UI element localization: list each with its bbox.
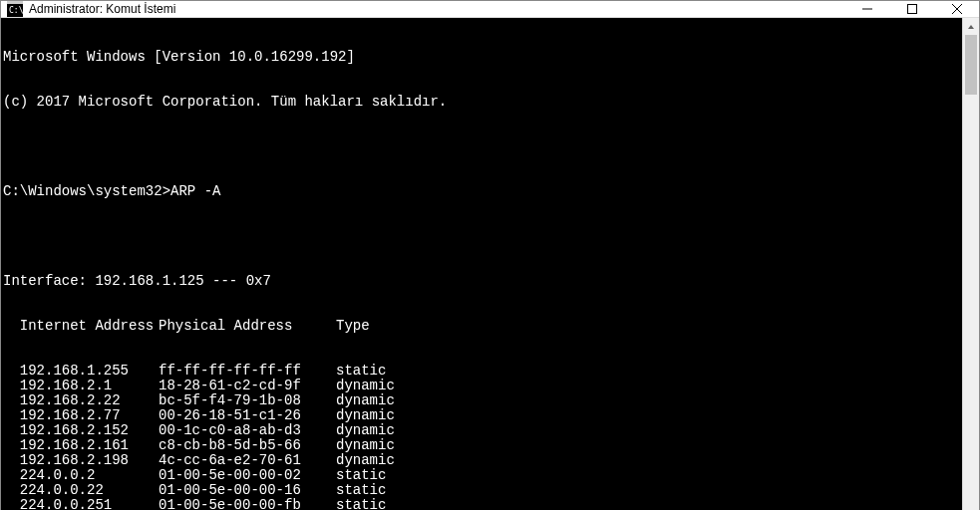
arp-table-body: 192.168.1.255ff-ff-ff-ff-ff-ffstatic 192… bbox=[3, 364, 960, 510]
svg-rect-1 bbox=[7, 1, 23, 4]
arp-table-row: 192.168.2.15200-1c-c0-a8-ab-d3dynamic bbox=[3, 423, 960, 438]
arp-mac-cell: 01-00-5e-00-00-02 bbox=[159, 468, 336, 483]
arp-table-row: 192.168.1.255ff-ff-ff-ff-ff-ffstatic bbox=[3, 364, 960, 379]
svg-rect-4 bbox=[907, 5, 916, 14]
arp-type-cell: dynamic bbox=[336, 393, 395, 408]
arp-table-row: 224.0.0.2201-00-5e-00-00-16static bbox=[3, 483, 960, 498]
scroll-thumb[interactable] bbox=[965, 35, 977, 95]
arp-mac-cell: 00-26-18-51-c1-26 bbox=[159, 408, 336, 423]
arp-header-row: Internet AddressPhysical AddressType bbox=[3, 319, 960, 334]
console-area: Microsoft Windows [Version 10.0.16299.19… bbox=[1, 18, 979, 510]
arp-mac-cell: 01-00-5e-00-00-fb bbox=[159, 498, 336, 510]
arp-ip-cell: 192.168.1.255 bbox=[3, 364, 159, 379]
arp-ip-cell: 192.168.2.22 bbox=[3, 393, 159, 408]
window-controls bbox=[844, 1, 979, 17]
arp-table-row: 224.0.0.25101-00-5e-00-00-fbstatic bbox=[3, 498, 960, 510]
header-physical-address: Physical Address bbox=[159, 319, 336, 334]
arp-table-row: 192.168.2.118-28-61-c2-cd-9fdynamic bbox=[3, 379, 960, 393]
arp-type-cell: dynamic bbox=[336, 438, 395, 453]
svg-text:C:\: C:\ bbox=[9, 6, 23, 15]
arp-table-row: 192.168.2.7700-26-18-51-c1-26dynamic bbox=[3, 408, 960, 423]
arp-type-cell: dynamic bbox=[336, 453, 395, 468]
prompt-command: ARP -A bbox=[170, 183, 220, 199]
arp-mac-cell: 01-00-5e-00-00-16 bbox=[159, 483, 336, 498]
blank-line bbox=[3, 229, 960, 244]
arp-mac-cell: 00-1c-c0-a8-ab-d3 bbox=[159, 423, 336, 438]
arp-ip-cell: 192.168.2.198 bbox=[3, 453, 159, 468]
prompt-line-1: C:\Windows\system32>ARP -A bbox=[3, 184, 960, 199]
arp-mac-cell: ff-ff-ff-ff-ff-ff bbox=[159, 364, 336, 379]
command-prompt-window: C:\ Administrator: Komut İstemi Microsof… bbox=[0, 0, 980, 510]
arp-ip-cell: 224.0.0.2 bbox=[3, 468, 159, 483]
scroll-up-arrow[interactable] bbox=[963, 18, 979, 35]
close-button[interactable] bbox=[934, 1, 979, 17]
banner-copyright: (c) 2017 Microsoft Corporation. Tüm hakl… bbox=[3, 95, 960, 110]
arp-table-row: 192.168.2.22bc-5f-f4-79-1b-08dynamic bbox=[3, 393, 960, 408]
svg-marker-7 bbox=[968, 25, 974, 29]
arp-ip-cell: 192.168.2.161 bbox=[3, 438, 159, 453]
arp-type-cell: dynamic bbox=[336, 379, 395, 393]
window-title: Administrator: Komut İstemi bbox=[29, 2, 844, 16]
maximize-button[interactable] bbox=[889, 1, 934, 17]
arp-table-row: 192.168.2.1984c-cc-6a-e2-70-61dynamic bbox=[3, 453, 960, 468]
interface-line: Interface: 192.168.1.125 --- 0x7 bbox=[3, 274, 960, 289]
titlebar[interactable]: C:\ Administrator: Komut İstemi bbox=[1, 1, 979, 18]
arp-type-cell: dynamic bbox=[336, 408, 395, 423]
arp-ip-cell: 224.0.0.251 bbox=[3, 498, 159, 510]
banner-version: Microsoft Windows [Version 10.0.16299.19… bbox=[3, 50, 960, 65]
arp-ip-cell: 192.168.2.1 bbox=[3, 379, 159, 393]
minimize-button[interactable] bbox=[844, 1, 889, 17]
arp-type-cell: static bbox=[336, 498, 386, 510]
arp-mac-cell: bc-5f-f4-79-1b-08 bbox=[159, 393, 336, 408]
arp-type-cell: static bbox=[336, 364, 386, 379]
arp-type-cell: dynamic bbox=[336, 423, 395, 438]
arp-ip-cell: 224.0.0.22 bbox=[3, 483, 159, 498]
prompt-path: C:\Windows\system32> bbox=[3, 183, 170, 199]
arp-type-cell: static bbox=[336, 468, 386, 483]
arp-ip-cell: 192.168.2.152 bbox=[3, 423, 159, 438]
header-type: Type bbox=[336, 319, 370, 334]
arp-mac-cell: 18-28-61-c2-cd-9f bbox=[159, 379, 336, 393]
cmd-icon: C:\ bbox=[7, 1, 23, 17]
header-internet-address: Internet Address bbox=[3, 319, 159, 334]
arp-table-row: 192.168.2.161c8-cb-b8-5d-b5-66dynamic bbox=[3, 438, 960, 453]
vertical-scrollbar[interactable] bbox=[962, 18, 979, 510]
arp-type-cell: static bbox=[336, 483, 386, 498]
arp-ip-cell: 192.168.2.77 bbox=[3, 408, 159, 423]
blank-line bbox=[3, 139, 960, 154]
arp-mac-cell: c8-cb-b8-5d-b5-66 bbox=[159, 438, 336, 453]
arp-mac-cell: 4c-cc-6a-e2-70-61 bbox=[159, 453, 336, 468]
console-output[interactable]: Microsoft Windows [Version 10.0.16299.19… bbox=[1, 18, 962, 510]
arp-table-row: 224.0.0.201-00-5e-00-00-02static bbox=[3, 468, 960, 483]
